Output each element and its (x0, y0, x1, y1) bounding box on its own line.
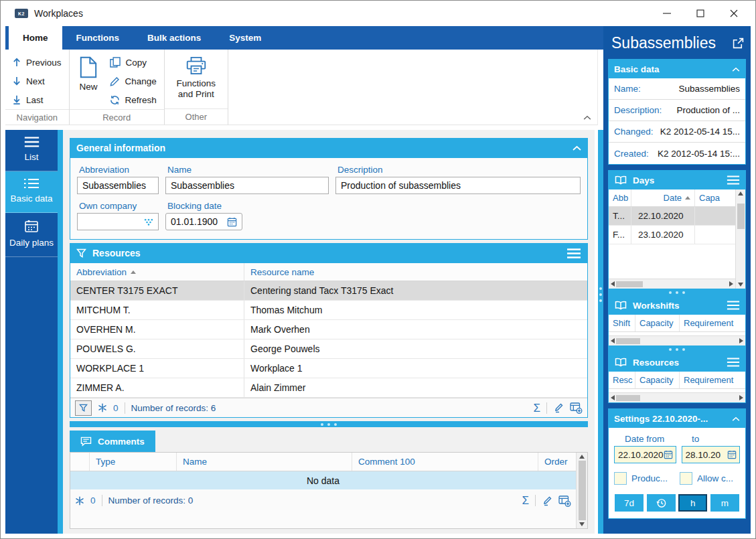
scroll-down-icon[interactable] (579, 522, 585, 526)
last-button[interactable]: Last (9, 90, 65, 109)
range-7d-button[interactable]: 7d (615, 494, 644, 512)
scroll-left-icon[interactable] (611, 281, 615, 287)
edit-pencil-icon[interactable] (553, 402, 564, 413)
column-requirement[interactable]: Requirement (680, 372, 745, 388)
days-horizontal-scrollbar[interactable] (609, 279, 735, 289)
scroll-right-icon[interactable] (729, 281, 733, 287)
snowflake-icon[interactable] (75, 496, 84, 506)
scrollbar-thumb[interactable] (616, 281, 643, 287)
collapse-chevron-up-icon[interactable] (732, 416, 740, 421)
previous-button[interactable]: Previous (9, 53, 65, 72)
name-input[interactable]: Subassemblies (165, 177, 329, 194)
maximize-button[interactable] (684, 2, 717, 25)
scroll-down-icon[interactable] (738, 283, 743, 287)
scrollbar-thumb[interactable] (616, 338, 640, 344)
scrollbar-thumb[interactable] (737, 204, 745, 229)
snowflake-icon[interactable] (98, 403, 107, 412)
functions-and-print-button[interactable]: Functions and Print (169, 53, 224, 100)
table-row[interactable]: OVERHEN M. Mark Overhen (70, 320, 587, 339)
collapse-chevron-up-icon[interactable] (573, 145, 581, 151)
copy-button[interactable]: Copy (106, 53, 160, 72)
column-abb[interactable]: Abb (609, 189, 631, 206)
table-row[interactable]: CENTER T3175 EXACT Centering stand Tacx … (70, 281, 587, 301)
days-row[interactable]: T... 22.10.2020 (609, 207, 735, 226)
column-resource-name[interactable]: Resource name (244, 263, 587, 281)
time-history-button[interactable] (647, 494, 676, 512)
production-checkbox[interactable] (614, 472, 627, 485)
sum-icon[interactable]: Σ (533, 402, 540, 414)
column-shift[interactable]: Shift (609, 315, 635, 331)
calendar-icon[interactable] (727, 450, 737, 459)
table-row[interactable]: POUWELS G. George Pouwels (70, 339, 587, 359)
open-external-icon[interactable] (733, 37, 744, 49)
days-row[interactable]: F... 23.10.2020 (609, 226, 735, 244)
sidebar-item-list[interactable]: List (5, 130, 58, 171)
dropdown-dots-icon[interactable] (144, 218, 153, 226)
workshifts-horizontal-scrollbar[interactable] (609, 335, 745, 345)
tab-bulk-actions[interactable]: Bulk actions (133, 26, 215, 50)
allow-checkbox[interactable] (680, 472, 692, 485)
date-from-input[interactable]: 22.10.2020 (614, 446, 676, 463)
sidebar-item-basic-data[interactable]: Basic data (5, 171, 58, 213)
tab-system[interactable]: System (215, 26, 275, 50)
column-date[interactable]: Date (631, 189, 695, 206)
column-name[interactable]: Name (177, 453, 352, 471)
column-resource[interactable]: Resc (609, 372, 635, 388)
table-add-icon[interactable] (558, 495, 571, 507)
calendar-icon[interactable] (227, 217, 237, 227)
scrollbar-thumb[interactable] (579, 461, 586, 520)
days-header[interactable]: Days (609, 171, 745, 189)
own-company-input[interactable] (77, 213, 159, 230)
next-button[interactable]: Next (9, 72, 65, 90)
basic-data-header[interactable]: Basic data (609, 60, 745, 78)
blocking-date-input[interactable]: 01.01.1900 (165, 213, 242, 230)
scroll-up-icon[interactable] (738, 191, 743, 196)
column-capacity[interactable]: Capacity (635, 372, 680, 388)
scrollbar-thumb[interactable] (616, 395, 640, 401)
collapse-chevron-up-icon[interactable] (732, 67, 740, 72)
column-comment[interactable]: Comment 100 (352, 453, 538, 471)
horizontal-splitter[interactable] (70, 421, 588, 427)
general-information-header[interactable]: General information (70, 138, 588, 158)
filter-toggle-button[interactable] (75, 400, 92, 416)
vertical-splitter[interactable] (598, 130, 603, 534)
table-row[interactable]: MITCHUM T. Thomas Mitchum (70, 301, 587, 320)
tab-comments[interactable]: Comments (70, 431, 155, 452)
settings-header[interactable]: Settings 22.10.2020-... (609, 409, 745, 428)
sidebar-item-daily-plans[interactable]: Daily plans (5, 213, 58, 257)
unit-minutes-button[interactable]: m (710, 494, 739, 512)
hamburger-menu-icon[interactable] (727, 358, 740, 367)
sum-icon[interactable]: Σ (522, 495, 529, 506)
refresh-button[interactable]: Refresh (106, 90, 160, 109)
workshifts-header[interactable]: Workshifts (609, 296, 745, 315)
tab-functions[interactable]: Functions (62, 26, 134, 50)
hamburger-menu-icon[interactable] (727, 175, 740, 185)
filter-funnel-icon[interactable] (76, 248, 86, 258)
column-abbreviation[interactable]: Abbreviation (70, 263, 244, 281)
description-input[interactable]: Production of subassemblies (335, 177, 581, 194)
calendar-icon[interactable] (664, 450, 673, 459)
minimize-button[interactable] (650, 2, 684, 25)
resources-horizontal-scrollbar[interactable] (609, 392, 745, 402)
column-requirement[interactable]: Requirement (680, 315, 745, 331)
column-capacity[interactable]: Capa (695, 189, 735, 206)
hamburger-menu-icon[interactable] (727, 301, 740, 310)
scroll-right-icon[interactable] (739, 338, 743, 343)
column-type[interactable]: Type (90, 453, 177, 471)
scroll-left-icon[interactable] (611, 338, 615, 343)
column-capacity[interactable]: Capacity (635, 315, 680, 331)
days-vertical-scrollbar[interactable] (735, 189, 745, 289)
new-button[interactable]: New (74, 53, 104, 92)
ribbon-collapse-button[interactable] (583, 115, 591, 120)
resources-header[interactable]: Resources (70, 243, 588, 263)
table-row[interactable]: ZIMMER A. Alain Zimmer (70, 378, 587, 398)
scroll-left-icon[interactable] (611, 395, 615, 400)
column-order[interactable]: Order (538, 453, 576, 471)
table-row[interactable]: WORKPLACE 1 Workplace 1 (70, 359, 587, 378)
table-add-icon[interactable] (570, 402, 583, 414)
scroll-right-icon[interactable] (739, 395, 743, 400)
edit-pencil-icon[interactable] (542, 495, 552, 506)
close-button[interactable] (717, 2, 751, 25)
resources-side-header[interactable]: Resources (609, 353, 745, 372)
hamburger-menu-icon[interactable] (566, 248, 581, 258)
